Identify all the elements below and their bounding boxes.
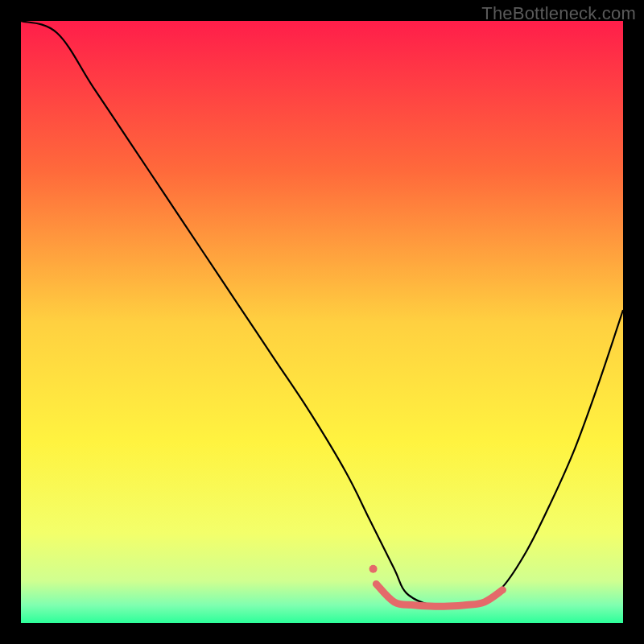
highlight-band — [376, 584, 502, 606]
chart-area — [21, 21, 623, 623]
watermark-text: TheBottleneck.com — [481, 3, 636, 24]
chart-overlay — [21, 21, 623, 623]
bottleneck-curve — [21, 21, 623, 606]
highlight-dot — [369, 565, 378, 573]
